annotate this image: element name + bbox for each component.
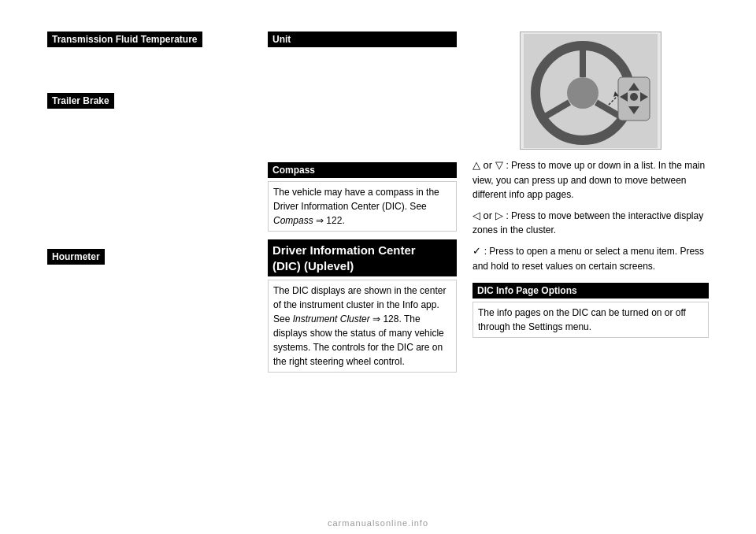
compass-section: Compass The vehicle may have a compass i… — [268, 162, 457, 239]
hourmeter-header: Hourmeter — [47, 249, 105, 265]
left-right-text: : Press to move between the interactive … — [472, 210, 703, 236]
up-down-instruction: △ or ▽ : Press to move up or down in a l… — [472, 158, 709, 202]
transmission-header: Transmission Fluid Temperature — [47, 32, 202, 47]
trailer-header: Trailer Brake — [47, 93, 114, 109]
transmission-section: Transmission Fluid Temperature — [47, 32, 252, 61]
watermark: carmanualsonline.info — [328, 518, 428, 528]
left-right-symbol: ◁ or ▷ — [472, 210, 506, 221]
dic-info-header: DIC Info Page Options — [472, 283, 709, 299]
mid-column: Unit Compass The vehicle may have a comp… — [252, 32, 457, 502]
up-down-text: : Press to move up or down in a list. In… — [472, 160, 705, 200]
up-down-symbol: △ or ▽ — [472, 159, 506, 171]
compass-header: Compass — [268, 162, 457, 178]
left-right-instruction: ◁ or ▷ : Press to move between the inter… — [472, 208, 709, 238]
right-column: △ or ▽ : Press to move up or down in a l… — [457, 32, 709, 502]
check-instruction: ✓ : Press to open a menu or select a men… — [472, 243, 709, 273]
svg-point-11 — [630, 93, 638, 101]
dic-info-text: The info pages on the DIC can be turned … — [472, 302, 709, 338]
left-column: Transmission Fluid Temperature Trailer B… — [47, 32, 252, 502]
compass-text: The vehicle may have a compass in the Dr… — [268, 181, 457, 232]
unit-section: Unit — [268, 32, 457, 52]
steering-wheel-image — [520, 32, 662, 150]
unit-header: Unit — [268, 32, 457, 47]
hourmeter-section: Hourmeter — [47, 249, 252, 279]
check-text: : Press to open a menu or select a menu … — [472, 246, 704, 272]
check-symbol: ✓ — [472, 245, 484, 257]
trailer-section: Trailer Brake — [47, 93, 252, 123]
dic-main-text: The DIC displays are shown in the center… — [268, 280, 457, 373]
svg-point-2 — [567, 77, 598, 109]
dic-info-section: DIC Info Page Options The info pages on … — [472, 280, 709, 338]
dic-main-section: Driver Information Center(DIC) (Uplevel)… — [268, 239, 457, 373]
dic-main-header: Driver Information Center(DIC) (Uplevel) — [268, 239, 457, 276]
